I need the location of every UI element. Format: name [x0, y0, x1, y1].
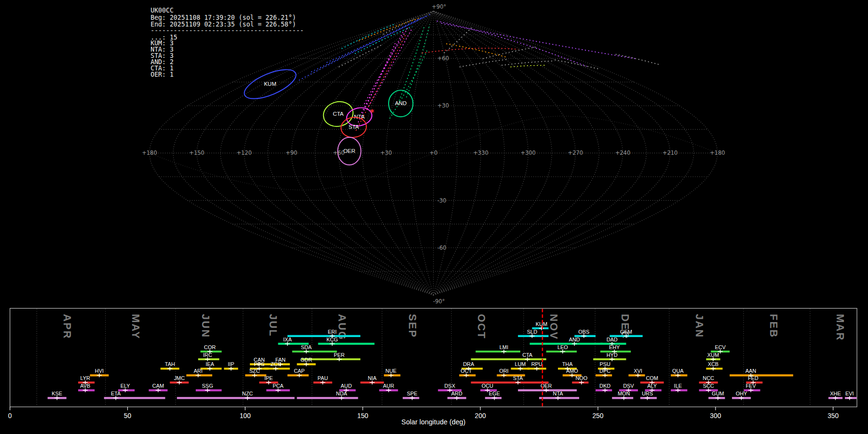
shower-peak-mark: [464, 373, 469, 377]
axis-tick-label: 250: [592, 412, 603, 420]
shower-label: EHY: [609, 344, 620, 350]
shower-peak-mark: [582, 334, 586, 338]
lon-label: +330: [473, 149, 488, 156]
shower-label: URS: [642, 391, 653, 396]
axis-tick-label: 350: [827, 412, 839, 420]
month-label: JUN: [200, 314, 212, 338]
shower-label: DSX: [445, 383, 456, 389]
shower-label: OCT: [461, 368, 472, 374]
lon-label: +120: [237, 149, 252, 156]
meteor-trail: [437, 21, 587, 67]
shower-peak-mark: [711, 367, 716, 371]
shower-label: DSV: [623, 383, 634, 389]
shower-peak-mark: [330, 342, 335, 346]
axis-tick-label: 100: [240, 412, 251, 420]
radiant-label: AND: [395, 100, 407, 106]
shower-peak-mark: [544, 388, 549, 392]
count-line: OER: 1: [150, 71, 174, 78]
shower-peak-mark: [167, 367, 172, 371]
shower-peak-mark: [54, 396, 59, 400]
shower-peak-mark: [389, 373, 393, 377]
shower-label: IEA: [205, 361, 214, 367]
shower-label: ERI: [328, 329, 337, 335]
shower-label: NUE: [385, 368, 396, 374]
shower-label: ETA: [111, 391, 121, 396]
station-id: UK00CC: [150, 7, 174, 14]
lon-label: +270: [568, 149, 583, 156]
shower-peak-mark: [273, 367, 278, 371]
shower-label: IXA: [283, 337, 292, 342]
shower-label: OCU: [482, 383, 493, 389]
shower-peak-mark: [285, 342, 290, 346]
shower-peak-mark: [502, 350, 506, 353]
shower-peak-mark: [534, 367, 539, 371]
shower-label: LYR: [81, 375, 91, 381]
shower-label: HYD: [607, 352, 618, 358]
shower-label: CAP: [294, 368, 304, 374]
shower-label: AVB: [80, 383, 90, 389]
lon-label: +240: [615, 149, 631, 156]
shower-peak-mark: [621, 396, 626, 400]
meteor-trail: [407, 25, 430, 98]
shower-label: SPE: [407, 391, 418, 396]
shower-peak-mark: [297, 373, 301, 377]
shower-label: ECV: [715, 344, 726, 350]
shower-peak-mark: [156, 388, 161, 392]
shower-label: NOO: [575, 375, 587, 381]
shower-label: MON: [618, 391, 630, 396]
shower-peak-mark: [205, 388, 210, 392]
radiant-label: STA: [349, 124, 359, 130]
shower-label: COR: [204, 344, 216, 350]
shower-label: PCA: [272, 383, 284, 389]
shower-label: ALY: [647, 383, 657, 389]
shower-label: THA: [562, 361, 573, 367]
shower-peak-mark: [502, 373, 506, 377]
shower-label: NIA: [368, 375, 377, 381]
shower-peak-mark: [370, 380, 375, 384]
shower-peak-mark: [706, 388, 711, 392]
shower-peak-mark: [229, 367, 233, 371]
shower-peak-mark: [833, 396, 838, 400]
shower-label: DPC: [599, 368, 610, 374]
shower-label: JMC: [174, 375, 185, 381]
shower-peak-mark: [748, 388, 753, 392]
shower-label: LUM: [515, 361, 526, 367]
meteor-trail: [358, 43, 395, 122]
shower-label: SSG: [202, 383, 213, 389]
shower-label: KUM: [536, 321, 547, 327]
shower-label: GEM: [620, 329, 632, 335]
month-label: MAR: [834, 314, 846, 341]
shower-peak-mark: [529, 334, 534, 338]
south-pole-label: -90°: [433, 298, 445, 305]
shower-label: DKD: [599, 383, 610, 389]
shower-label: PAU: [318, 375, 328, 381]
shower-label: NZC: [242, 391, 253, 396]
shower-label: FEV: [746, 383, 756, 389]
shower-label: ARI: [194, 368, 203, 374]
shower-label: ORI: [499, 368, 508, 374]
shower-label: NCC: [703, 375, 714, 381]
shower-peak-mark: [711, 357, 716, 361]
shower-label: DAD: [607, 337, 618, 342]
x-axis-title: Solar longitude (deg): [401, 418, 465, 426]
shower-peak-mark: [454, 396, 459, 400]
shower-peak-mark: [556, 396, 560, 400]
shower-label: LEO: [557, 344, 568, 350]
axis-tick-label: 0: [8, 412, 12, 420]
shower-peak-mark: [113, 396, 118, 400]
lon-label: +90: [285, 149, 297, 156]
lon-label: +300: [520, 149, 536, 156]
meteor-observation-screen: KUMCTANTASTAANDOER* +180+150+120+90+60+3…: [0, 0, 868, 434]
shower-peak-mark: [83, 388, 88, 392]
shower-label: AUR: [383, 383, 394, 389]
shower-label: PPS: [254, 361, 265, 367]
radiant-marker: *: [370, 108, 374, 117]
lon-label: +30: [380, 149, 392, 156]
shower-peak-mark: [739, 396, 744, 400]
lon-label: +150: [189, 149, 204, 156]
shower-label: HVI: [95, 368, 104, 374]
shower-peak-mark: [539, 326, 544, 330]
shower-label: CAM: [152, 383, 164, 389]
meteor-trail: [422, 48, 518, 53]
shower-label: EGE: [489, 391, 500, 396]
